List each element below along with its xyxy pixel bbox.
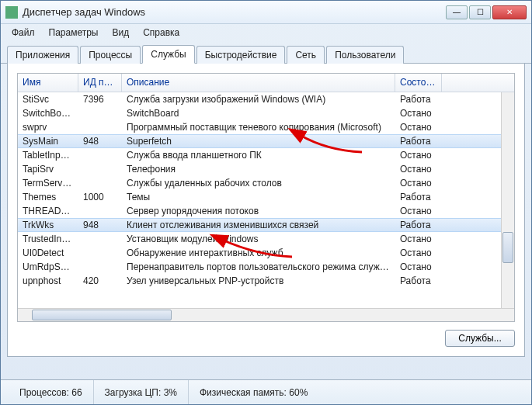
cell-status: Остано [395,163,442,175]
vertical-scrollbar[interactable] [501,92,514,308]
table-row[interactable]: SwitchBoardSwitchBoardОстано [18,106,514,120]
table-row[interactable]: StiSvc7396Служба загрузки изображений Wi… [18,92,514,106]
cell-status: Работа [395,135,442,147]
menu-file[interactable]: Файл [5,26,41,40]
window-title: Диспетчер задач Windows [23,6,446,18]
cell-pid [78,168,122,170]
cell-name: SwitchBoard [18,107,78,119]
tab-applications[interactable]: Приложения [7,46,78,64]
tab-users[interactable]: Пользователи [326,46,404,64]
cell-pid: 420 [78,275,122,287]
cell-pid [78,266,122,268]
cell-pid: 948 [78,135,122,147]
cell-pid [78,154,122,156]
cell-pid [78,210,122,212]
cell-desc: Установщик модулей Windows [122,233,395,245]
minimize-button[interactable]: — [446,5,468,19]
cell-name: Themes [18,191,78,203]
cell-desc: Темы [122,191,395,203]
cell-status: Остано [395,205,442,217]
maximize-button[interactable]: ☐ [469,5,491,19]
table-row[interactable]: SysMain948SuperfetchРабота [18,134,514,148]
menu-view[interactable]: Вид [106,26,135,40]
cell-name: UmRdpServ... [18,261,78,273]
tab-processes[interactable]: Процессы [80,46,141,64]
table-row[interactable]: TapiSrvТелефонияОстано [18,162,514,176]
cell-pid [78,126,122,128]
tab-performance[interactable]: Быстродействие [196,46,286,64]
app-icon [5,6,18,19]
close-button[interactable]: ✕ [492,5,527,19]
table-row[interactable]: upnphost420Узел универсальных PNP-устрой… [18,274,514,288]
cell-desc: Программный поставщик теневого копирован… [122,121,395,133]
scroll-thumb[interactable] [502,232,513,263]
cell-status: Работа [395,275,442,287]
cell-pid [78,238,122,240]
cell-desc: Служба ввода планшетного ПК [122,149,395,161]
statusbar: Процессов: 66 Загрузка ЦП: 3% Физическая… [1,379,531,404]
cell-desc: Перенаправитель портов пользовательского… [122,261,395,273]
cell-desc: Обнаружение интерактивных служб [122,247,395,259]
services-listview[interactable]: Имя ИД пр... Описание Состоя... StiSvc73… [17,73,515,322]
table-row[interactable]: TrkWks948Клиент отслеживания изменившихс… [18,218,514,232]
table-row[interactable]: THREADOR...Сервер упорядочения потоковОс… [18,204,514,218]
menu-options[interactable]: Параметры [43,26,105,40]
listview-header: Имя ИД пр... Описание Состоя... [18,74,514,92]
cell-pid [78,252,122,254]
cell-desc: Служба загрузки изображений Windows (WIA… [122,93,395,106]
cell-desc: Узел универсальных PNP-устройств [122,275,395,287]
table-row[interactable]: TrustedInst...Установщик модулей Windows… [18,232,514,246]
column-pid[interactable]: ИД пр... [78,74,122,92]
status-processes: Процессов: 66 [9,380,94,404]
horizontal-scrollbar[interactable] [18,308,514,321]
cell-desc: SwitchBoard [122,107,395,119]
tabstrip: Приложения Процессы Службы Быстродействи… [1,41,531,64]
cell-pid [78,182,122,184]
tab-services[interactable]: Службы [142,45,194,64]
table-row[interactable]: TabletInput...Служба ввода планшетного П… [18,148,514,162]
cell-name: TrustedInst... [18,233,78,245]
hscroll-thumb[interactable] [32,310,172,320]
menu-help[interactable]: Справка [137,26,186,40]
cell-name: TabletInput... [18,149,78,161]
cell-name: StiSvc [18,93,78,106]
cell-pid: 1000 [78,191,122,203]
cell-desc: Сервер упорядочения потоков [122,205,395,217]
cell-name: UI0Detect [18,247,78,259]
cell-name: THREADOR... [18,205,78,217]
cell-name: swprv [18,121,78,133]
table-row[interactable]: TermServiceСлужбы удаленных рабочих стол… [18,176,514,190]
titlebar[interactable]: Диспетчер задач Windows — ☐ ✕ [1,1,531,24]
cell-pid: 948 [78,219,122,231]
column-name[interactable]: Имя [18,74,78,92]
cell-name: TapiSrv [18,163,78,175]
table-row[interactable]: UI0DetectОбнаружение интерактивных служб… [18,246,514,260]
cell-desc: Службы удаленных рабочих столов [122,177,395,189]
table-row[interactable]: UmRdpServ...Перенаправитель портов польз… [18,260,514,274]
cell-desc: Superfetch [122,135,395,147]
cell-status: Работа [395,93,442,106]
table-row[interactable]: Themes1000ТемыРабота [18,190,514,204]
cell-status: Остано [395,261,442,273]
cell-name: TermService [18,177,78,189]
column-status[interactable]: Состоя... [395,74,442,92]
services-button[interactable]: Службы... [445,330,515,347]
button-row: Службы... [17,322,515,347]
cell-status: Остано [395,233,442,245]
status-cpu: Загрузка ЦП: 3% [94,380,189,404]
cell-name: upnphost [18,275,78,287]
table-row[interactable]: swprvПрограммный поставщик теневого копи… [18,120,514,134]
column-description[interactable]: Описание [122,74,395,92]
cell-pid [78,112,122,114]
cell-status: Работа [395,219,442,231]
cell-name: SysMain [18,135,78,147]
status-memory: Физическая память: 60% [189,380,318,404]
cell-status: Остано [395,149,442,161]
cell-desc: Телефония [122,163,395,175]
tab-network[interactable]: Сеть [287,46,325,64]
cell-status: Остано [395,247,442,259]
task-manager-window: Диспетчер задач Windows — ☐ ✕ Файл Парам… [0,0,532,405]
tab-content: Имя ИД пр... Описание Состоя... StiSvc73… [7,64,525,357]
cell-name: TrkWks [18,219,78,231]
cell-status: Остано [395,107,442,119]
